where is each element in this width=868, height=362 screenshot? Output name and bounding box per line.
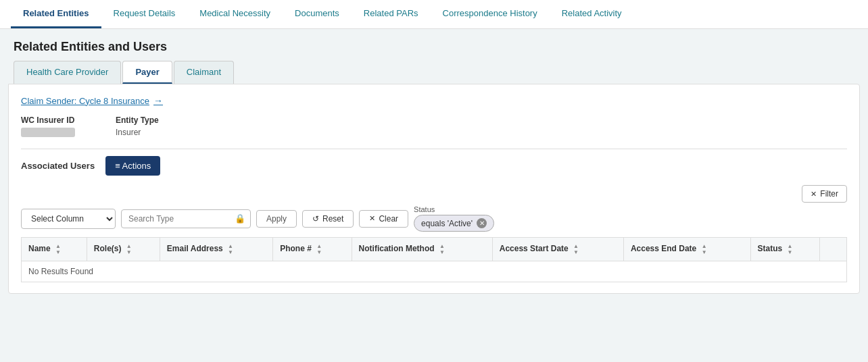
table-body: No Results Found bbox=[22, 261, 847, 282]
clear-button[interactable]: ✕ Clear bbox=[359, 210, 408, 228]
reset-icon: ↺ bbox=[312, 214, 319, 224]
sort-icon-phone: ▲▼ bbox=[316, 243, 322, 255]
sub-tab-claimant[interactable]: Claimant bbox=[174, 61, 234, 84]
close-icon: ✕ bbox=[811, 190, 817, 199]
divider bbox=[21, 149, 847, 149]
clear-label: Clear bbox=[379, 214, 398, 224]
apply-button[interactable]: Apply bbox=[256, 210, 297, 228]
filter-bar-right: ✕ Filter bbox=[21, 185, 847, 203]
entity-type-label: Entity Type bbox=[116, 115, 159, 125]
status-filter-label: Status bbox=[414, 205, 494, 213]
chip-close-button[interactable]: ✕ bbox=[477, 218, 487, 228]
col-email[interactable]: Email Address ▲▼ bbox=[160, 238, 272, 261]
sort-icon-start-date: ▲▼ bbox=[573, 243, 579, 255]
sort-icon-notification: ▲▼ bbox=[439, 243, 445, 255]
actions-button[interactable]: ≡ Actions bbox=[105, 156, 160, 176]
top-nav-tab-related-activity[interactable]: Related Activity bbox=[550, 0, 634, 28]
col-actions-empty bbox=[820, 238, 847, 261]
data-table: Name ▲▼ Role(s) ▲▼ Email Address ▲▼ Phon… bbox=[21, 237, 847, 282]
col-status[interactable]: Status ▲▼ bbox=[750, 238, 819, 261]
reset-label: Reset bbox=[322, 214, 343, 224]
page-title: Related Entities and Users bbox=[0, 29, 868, 61]
lock-icon: 🔒 bbox=[235, 213, 245, 224]
no-results-row: No Results Found bbox=[22, 261, 847, 282]
claim-sender-text: Claim Sender: Cycle 8 Insurance bbox=[21, 96, 149, 106]
col-notification-method[interactable]: Notification Method ▲▼ bbox=[352, 238, 492, 261]
sort-icon-status: ▲▼ bbox=[788, 243, 793, 255]
associated-users-row: Associated Users ≡ Actions bbox=[21, 156, 847, 176]
status-filter-group: Status equals 'Active' ✕ bbox=[414, 205, 494, 232]
top-navigation: Related EntitiesRequest DetailsMedical N… bbox=[0, 0, 868, 29]
reset-button[interactable]: ↺ Reset bbox=[302, 210, 354, 228]
sub-tab-payer[interactable]: Payer bbox=[122, 61, 172, 84]
sort-icon-name: ▲▼ bbox=[55, 243, 61, 255]
column-select[interactable]: Select Column bbox=[21, 209, 116, 229]
search-input-wrap: 🔒 bbox=[121, 209, 251, 228]
wc-insurer-id-label: WC Insurer ID bbox=[21, 115, 75, 125]
sub-tab-health-care-provider[interactable]: Health Care Provider bbox=[14, 61, 121, 84]
filter-bar: Select Column 🔒 Apply ↺ Reset ✕ Clear St… bbox=[21, 205, 847, 232]
associated-users-label: Associated Users bbox=[21, 161, 95, 171]
entity-type-field: Entity Type Insurer bbox=[116, 115, 159, 139]
search-type-input[interactable] bbox=[121, 209, 251, 228]
status-chip-text: equals 'Active' bbox=[421, 219, 473, 228]
table-header-row: Name ▲▼ Role(s) ▲▼ Email Address ▲▼ Phon… bbox=[22, 238, 847, 261]
sort-icon-email: ▲▼ bbox=[228, 243, 233, 255]
wc-insurer-id-value bbox=[21, 128, 75, 137]
col-access-start-date[interactable]: Access Start Date ▲▼ bbox=[492, 238, 623, 261]
top-nav-tab-related-entities[interactable]: Related Entities bbox=[11, 0, 101, 28]
col-phone[interactable]: Phone # ▲▼ bbox=[273, 238, 352, 261]
top-nav-tab-documents[interactable]: Documents bbox=[283, 0, 352, 28]
top-nav-tab-request-details[interactable]: Request Details bbox=[101, 0, 188, 28]
top-nav-tab-medical-necessity[interactable]: Medical Necessity bbox=[187, 0, 283, 28]
sub-tabs: Health Care ProviderPayerClaimant bbox=[0, 61, 868, 84]
col-access-end-date[interactable]: Access End Date ▲▼ bbox=[623, 238, 750, 261]
top-nav-tab-correspondence-history[interactable]: Correspondence History bbox=[431, 0, 550, 28]
col-roles[interactable]: Role(s) ▲▼ bbox=[87, 238, 160, 261]
no-results-text: No Results Found bbox=[22, 261, 847, 282]
arrow-icon: → bbox=[153, 95, 163, 106]
wc-insurer-id-field: WC Insurer ID bbox=[21, 115, 75, 139]
claim-sender-link[interactable]: Claim Sender: Cycle 8 Insurance → bbox=[21, 95, 847, 106]
sort-icon-end-date: ▲▼ bbox=[702, 243, 707, 255]
filter-button[interactable]: ✕ Filter bbox=[802, 185, 847, 203]
col-name[interactable]: Name ▲▼ bbox=[22, 238, 87, 261]
entity-type-value: Insurer bbox=[116, 128, 159, 137]
top-nav-tab-related-pars[interactable]: Related PARs bbox=[352, 0, 431, 28]
table-head: Name ▲▼ Role(s) ▲▼ Email Address ▲▼ Phon… bbox=[22, 238, 847, 261]
info-row: WC Insurer ID Entity Type Insurer bbox=[21, 115, 847, 139]
status-chip: equals 'Active' ✕ bbox=[414, 215, 494, 232]
filter-label: Filter bbox=[820, 189, 838, 199]
clear-icon: ✕ bbox=[369, 214, 375, 223]
sort-icon-roles: ▲▼ bbox=[126, 243, 132, 255]
main-card: Claim Sender: Cycle 8 Insurance → WC Ins… bbox=[8, 84, 860, 294]
